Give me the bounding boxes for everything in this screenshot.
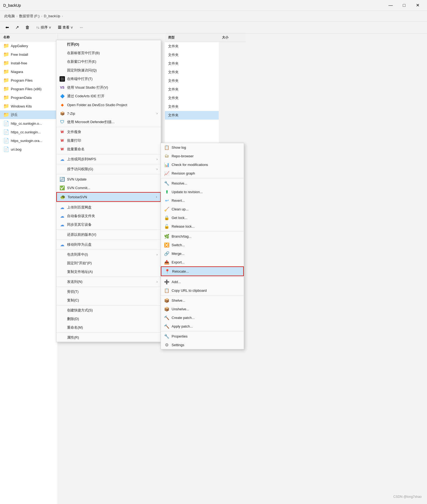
view-label: ☰ 查看 ∨ <box>58 25 73 30</box>
menu-item-text: 7-Zip <box>67 112 154 116</box>
svn-menu-item-revert[interactable]: ↩ Revert... <box>161 196 244 205</box>
file-item[interactable]: 📁 Niagara <box>0 67 58 76</box>
menu-item-text: 剪切(T) <box>67 289 158 294</box>
svn-menu-item-branch-tag[interactable]: 🌿 Branch/tag... <box>161 232 244 241</box>
menu-item-upload-baidu[interactable]: ☁ 上传到百度网盘 <box>56 203 161 212</box>
svn-menu-item-relocate[interactable]: 📍 Relocate... <box>161 266 244 276</box>
send-to-icon <box>60 279 65 284</box>
file-item[interactable]: 📄 uri.bog <box>0 145 58 154</box>
menu-item-grant-access[interactable]: 授予访问权限(G) › <box>56 165 161 173</box>
resolve-icon: 🔧 <box>164 180 169 186</box>
menu-item-wps-slim[interactable]: W 文件瘦身 <box>56 128 161 136</box>
menu-item-open-deveco[interactable]: ◆ Open Folder as DevEco Studio Project <box>56 100 161 109</box>
file-item[interactable]: 📁 AppGallery <box>0 41 58 50</box>
share-icon: ↗ <box>15 25 19 30</box>
svn-menu-item-update-revision[interactable]: ⬆ Update to revision... <box>161 187 244 196</box>
file-item[interactable]: 📁 Install-free <box>0 59 58 67</box>
menu-item-open-terminal[interactable]: ⬛ 在终端中打开(T) <box>56 75 161 83</box>
svn-menu-item-repo-browser[interactable]: 🗂 Repo-browser <box>161 152 244 160</box>
menu-item-text: 使用 Microsoft Defender扫描... <box>67 120 158 124</box>
file-item[interactable]: 📁 沙丘 <box>0 110 58 119</box>
menu-item-send-to[interactable]: 发送到(N) › <box>56 277 161 286</box>
menu-item-text: 授予访问权限(G) <box>67 167 154 172</box>
menu-item-create-shortcut[interactable]: 创建快捷方式(S) <box>56 306 161 315</box>
svn-menu-item-release-lock[interactable]: 🔓 Release lock... <box>161 222 244 231</box>
menu-item-svn-commit[interactable]: ✅ SVN Commit... <box>56 183 161 192</box>
menu-item-upload-wps[interactable]: ☁ 上传或同步到WPS › <box>56 155 161 164</box>
menu-item-copy[interactable]: 复制(C) <box>56 296 161 305</box>
menu-item-include-library[interactable]: 包含到库中(I) › <box>56 250 161 259</box>
breadcrumb-item-home[interactable]: 此电脑 <box>4 14 15 19</box>
menu-item-wps-rename[interactable]: W 批量重命名 <box>56 145 161 154</box>
menu-separator <box>161 295 244 296</box>
file-item[interactable]: 📄 https_cc.sunlogin... <box>0 128 58 136</box>
breadcrumb-item-drive[interactable]: 数据管理 (F:) <box>19 14 40 19</box>
switch-icon: 🔀 <box>164 242 169 248</box>
svn-menu-item-settings[interactable]: ⚙ Settings <box>161 340 244 349</box>
file-item[interactable]: 📁 ProgramData <box>0 93 58 102</box>
menu-separator <box>56 127 161 127</box>
menu-item-restore-prev[interactable]: 还原以前的版本(V) <box>56 230 161 239</box>
svn-menu-item-copy-url[interactable]: 📋 Copy URL to clipboard <box>161 286 244 295</box>
file-name: Program Files (x86) <box>11 87 41 91</box>
menu-item-delete[interactable]: 删除(D) <box>56 315 161 323</box>
svn-menu-item-get-lock[interactable]: 🔒 Get lock... <box>161 213 244 222</box>
menu-item-pin-quick-access[interactable]: 固定到快速访问(Q) <box>56 66 161 75</box>
svn-menu-item-revision-graph[interactable]: 📈 Revision graph <box>161 169 244 178</box>
svn-menu-item-unshelve[interactable]: 📦 Unshelve... <box>161 305 244 313</box>
svn-menu-item-export[interactable]: 📤 Export... <box>161 258 244 266</box>
menu-item-open[interactable]: 打开(O) <box>56 40 161 49</box>
svn-menu-item-check-modifications[interactable]: 📊 Check for modifications <box>161 160 244 169</box>
menu-item-auto-backup[interactable]: ☁ 自动备份该文件夹 <box>56 212 161 220</box>
menu-item-pin-start[interactable]: 固定到"开始"(P) <box>56 259 161 267</box>
svn-menu-item-merge[interactable]: 🔗 Merge... <box>161 249 244 258</box>
create-shortcut-icon <box>60 308 65 313</box>
file-item[interactable]: 📁 Windows Kits <box>0 102 58 110</box>
svn-menu-item-show-log[interactable]: 📋 Show log <box>161 143 244 152</box>
svn-menu-item-resolve[interactable]: 🔧 Resolve... <box>161 179 244 187</box>
file-item[interactable]: 📁 Free Install <box>0 50 58 59</box>
svn-menu-item-properties[interactable]: 🔧 Properties <box>161 332 244 340</box>
menu-item-open-new-window[interactable]: 在新窗口中打开(E) <box>56 57 161 66</box>
minimize-button[interactable]: — <box>384 1 397 10</box>
toolbar-back-button[interactable]: ⬅ <box>3 23 12 32</box>
maximize-button[interactable]: □ <box>398 1 410 10</box>
open-new-tab-icon <box>60 50 65 56</box>
file-item[interactable]: 📁 Program Files (x86) <box>0 85 58 93</box>
menu-item-defender[interactable]: 🛡 使用 Microsoft Defender扫描... <box>56 118 161 126</box>
toolbar-view-button[interactable]: ☰ 查看 ∨ <box>55 23 76 32</box>
close-button[interactable]: ✕ <box>411 1 424 10</box>
export-icon: 📤 <box>164 259 169 265</box>
svn-menu-item-create-patch[interactable]: 🔨 Create patch... <box>161 313 244 322</box>
type-item: 文件夹 <box>165 51 219 59</box>
menu-item-move-huawei[interactable]: ☁ 移动到华为云盘 <box>56 240 161 249</box>
menu-item-wps-print[interactable]: W 批量打印 <box>56 136 161 145</box>
menu-item-copy-path[interactable]: 复制文件地址(A) <box>56 267 161 276</box>
menu-item-sync-devices[interactable]: ☁ 同步至其它设备 <box>56 220 161 229</box>
menu-item-7zip[interactable]: 📦 7-Zip › <box>56 109 161 118</box>
toolbar-sort-button[interactable]: ↑↓ 排序 ∨ <box>33 23 54 32</box>
menu-item-svn-update[interactable]: 🔄 SVN Update <box>56 175 161 183</box>
svn-menu-item-add[interactable]: ➕ Add... <box>161 277 244 286</box>
include-library-icon <box>60 252 65 257</box>
menu-item-open-new-tab[interactable]: 在新标签页中打开(B) <box>56 49 161 57</box>
svn-menu-item-shelve[interactable]: 📦 Shelve... <box>161 296 244 305</box>
menu-item-properties[interactable]: 属性(R) <box>56 333 161 342</box>
svn-menu-item-apply-patch[interactable]: 🔨 Apply patch... <box>161 322 244 331</box>
menu-item-open-vs[interactable]: VS 使用 Visual Studio 打开(V) <box>56 83 161 92</box>
file-icon: 📄 <box>3 138 9 144</box>
menu-item-open-codearts[interactable]: 🔷 通过 CodeArts IDE 打开 <box>56 92 161 100</box>
breadcrumb-item-folder[interactable]: D_backUp <box>44 14 60 18</box>
menu-item-rename[interactable]: 重命名(M) <box>56 323 161 332</box>
file-item[interactable]: 📄 https_sunlogin.ora... <box>0 136 58 145</box>
toolbar-share-button[interactable]: ↗ <box>13 23 22 32</box>
menu-item-tortoisesvn[interactable]: 🐢 TortoiseSVN › <box>56 192 161 202</box>
file-item[interactable]: 📄 http_cc.sunlogin.o... <box>0 119 58 128</box>
file-item[interactable]: 📁 Program Files <box>0 76 58 85</box>
svn-menu-item-clean-up[interactable]: 🧹 Clean up... <box>161 205 244 213</box>
toolbar-more-button[interactable]: ··· <box>77 23 85 32</box>
type-area: 类型 文件夹文件夹文件夹文件夹文件夹文件夹文件夹文件夹文件夹 <box>165 33 219 154</box>
svn-menu-item-switch[interactable]: 🔀 Switch... <box>161 241 244 249</box>
toolbar-delete-button[interactable]: 🗑 <box>23 23 32 32</box>
menu-item-cut[interactable]: 剪切(T) <box>56 287 161 296</box>
